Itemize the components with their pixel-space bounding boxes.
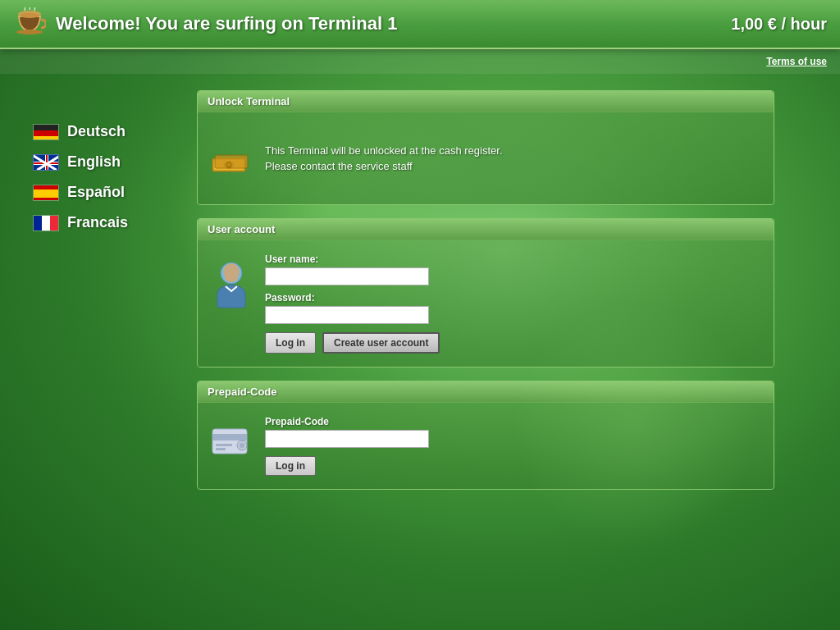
unlock-body: This Terminal will be unlocked at the ca… [211, 126, 760, 191]
lang-label-espanol: Español [67, 184, 125, 201]
header-title: Welcome! You are surfing on Terminal 1 [56, 13, 397, 34]
svg-point-16 [240, 443, 244, 448]
flag-es [33, 185, 59, 201]
password-input[interactable] [265, 306, 429, 324]
unlock-message: This Terminal will be unlocked at the ca… [265, 143, 503, 175]
prepaid-code-label: Prepaid-Code [265, 416, 760, 427]
flag-en [33, 154, 59, 171]
lang-label-deutsch: Deutsch [67, 123, 126, 140]
username-row: User name: [265, 253, 760, 285]
prepaid-panel-body: Prepaid-Code Log in [198, 403, 774, 489]
user-panel-header: User account [198, 219, 774, 240]
flag-de [33, 124, 59, 140]
user-btn-row: Log in Create user account [265, 332, 760, 354]
lang-label-francais: Francais [67, 214, 128, 231]
prepaid-btn-row: Log in [265, 456, 760, 476]
unlock-terminal-panel: Unlock Terminal [197, 90, 774, 205]
topbar: Terms of use [0, 49, 840, 74]
unlock-panel-title: Unlock Terminal [208, 95, 290, 107]
password-row: Password: [265, 292, 760, 324]
unlock-panel-header: Unlock Terminal [198, 91, 774, 112]
user-panel-body: User name: Password: Log in Create user … [198, 240, 774, 367]
username-label: User name: [265, 253, 760, 265]
flag-fr [33, 215, 59, 231]
prepaid-panel: Prepaid-Code [197, 381, 774, 490]
svg-point-10 [225, 274, 238, 282]
svg-point-2 [16, 30, 43, 34]
prepaid-body: Prepaid-Code Log in [211, 416, 760, 476]
svg-point-1 [20, 13, 39, 18]
user-body: User name: Password: Log in Create user … [211, 253, 760, 354]
user-panel-title: User account [208, 223, 275, 235]
cash-register-icon [211, 142, 252, 175]
prepaid-card-icon [211, 422, 252, 463]
svg-point-7 [226, 162, 231, 167]
header-price: 1,00 € / hour [731, 15, 827, 34]
user-form: User name: Password: Log in Create user … [265, 253, 760, 354]
login-button[interactable]: Log in [265, 332, 316, 354]
language-panel: Deutsch English [0, 74, 180, 630]
unlock-panel-body: This Terminal will be unlocked at the ca… [198, 112, 774, 204]
terms-link[interactable]: Terms of use [766, 56, 827, 67]
unlock-text: This Terminal will be unlocked at the ca… [265, 144, 503, 173]
lang-item-espanol[interactable]: Español [33, 184, 164, 201]
prepaid-code-input[interactable] [265, 430, 429, 448]
create-account-button[interactable]: Create user account [322, 332, 440, 354]
header: Welcome! You are surfing on Terminal 1 1… [0, 0, 840, 49]
coffee-icon [13, 7, 46, 40]
password-label: Password: [265, 292, 760, 304]
svg-rect-14 [216, 448, 226, 450]
header-left: Welcome! You are surfing on Terminal 1 [13, 7, 397, 40]
user-avatar-icon [211, 260, 252, 309]
lang-item-english[interactable]: English [33, 153, 164, 171]
svg-rect-13 [216, 444, 232, 446]
prepaid-login-button[interactable]: Log in [265, 456, 316, 476]
prepaid-panel-title: Prepaid-Code [208, 386, 277, 398]
user-account-panel: User account [197, 218, 774, 368]
main-area: Deutsch English [0, 74, 840, 630]
prepaid-panel-header: Prepaid-Code [198, 381, 774, 403]
username-input[interactable] [265, 267, 429, 285]
prepaid-form: Prepaid-Code Log in [265, 416, 760, 476]
lang-item-deutsch[interactable]: Deutsch [33, 123, 164, 140]
content-area: Unlock Terminal [180, 74, 840, 630]
svg-rect-12 [212, 434, 247, 441]
lang-label-english: English [67, 153, 121, 171]
lang-item-francais[interactable]: Francais [33, 214, 164, 231]
prepaid-code-row: Prepaid-Code [265, 416, 760, 448]
